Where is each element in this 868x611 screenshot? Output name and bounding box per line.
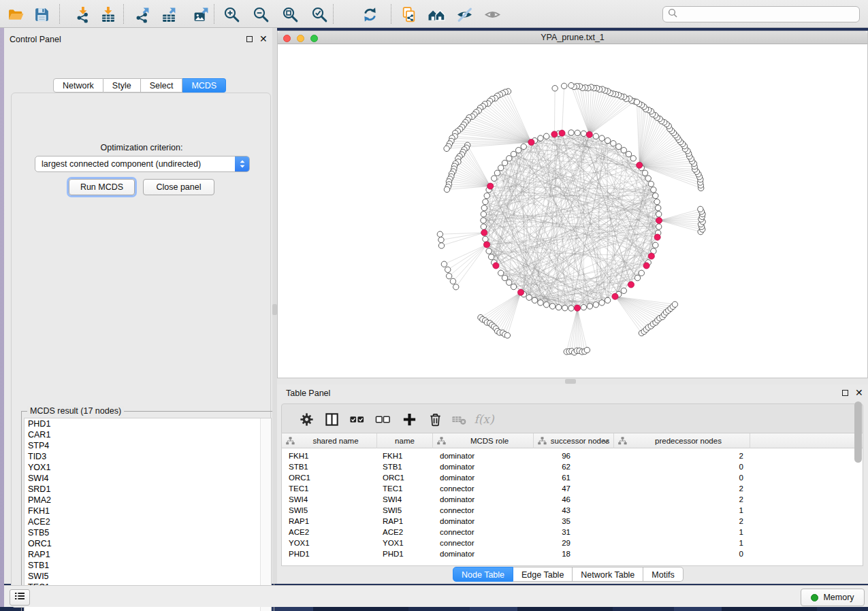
tab-network-table[interactable]: Network Table — [573, 567, 643, 582]
table-row-PHD1[interactable]: PHD1PHD1dominator180 — [282, 548, 863, 559]
table-row-ORC1[interactable]: ORC1ORC1dominator610 — [282, 472, 863, 483]
mcds-result-item[interactable]: ORC1 — [25, 538, 271, 549]
tab-mcds[interactable]: MCDS — [182, 78, 226, 93]
memory-button[interactable]: Memory — [801, 589, 865, 606]
table-mode-button[interactable] — [296, 410, 317, 429]
mcds-result-group: MCDS result (17 nodes) PHD1CAR1STP4TID3Y… — [21, 411, 274, 611]
float-table-panel-icon[interactable] — [842, 390, 848, 396]
search-input[interactable] — [681, 9, 854, 20]
table-row-SWI4[interactable]: SWI4SWI4dominator462 — [282, 494, 863, 505]
cell-predecessor-nodes: 1 — [614, 505, 750, 516]
apply-layout-button[interactable] — [359, 5, 380, 24]
tab-style[interactable]: Style — [103, 78, 141, 93]
mcds-result-item[interactable]: ACE2 — [25, 516, 271, 527]
mcds-result-list[interactable]: PHD1CAR1STP4TID3YOX1SWI4SRD1PMA2FKH1ACE2… — [24, 418, 272, 611]
tab-motifs[interactable]: Motifs — [643, 567, 683, 582]
select-all-button[interactable] — [347, 410, 367, 429]
import-table-button[interactable] — [97, 5, 118, 24]
vertical-splitter-handle[interactable] — [272, 304, 277, 315]
import-network-button[interactable] — [72, 5, 93, 24]
mcds-result-item[interactable]: TID3 — [25, 451, 271, 462]
column-header-shared-name[interactable]: shared name — [282, 433, 377, 448]
close-panel-icon[interactable]: ✕ — [259, 35, 268, 42]
column-header-MCDS-role[interactable]: MCDS role — [433, 433, 534, 448]
unselect-all-button[interactable] — [372, 410, 393, 429]
network-column-icon — [286, 437, 295, 445]
open-session-button[interactable] — [5, 5, 26, 24]
zoom-out-button[interactable] — [251, 5, 271, 24]
table-row-FKH1[interactable]: FKH1FKH1dominator962 — [282, 450, 863, 461]
zoom-selected-button[interactable] — [309, 5, 329, 24]
mcds-result-item[interactable]: STB5 — [25, 527, 271, 538]
tab-select[interactable]: Select — [141, 78, 183, 93]
new-network-from-selection-button[interactable] — [398, 5, 419, 24]
table-row-SWI5[interactable]: SWI5SWI5connector431 — [282, 505, 863, 516]
horizontal-splitter-handle[interactable] — [565, 379, 576, 384]
float-panel-icon[interactable] — [246, 36, 253, 42]
search-box[interactable] — [662, 6, 860, 22]
hide-selected-button[interactable] — [454, 5, 475, 24]
optimization-criterion-select[interactable]: largest connected component (undirected) — [35, 156, 250, 172]
close-panel-button[interactable]: Close panel — [143, 179, 214, 195]
export-img-icon — [193, 6, 210, 23]
create-column-button[interactable] — [399, 410, 419, 429]
column-header-successor-nodes[interactable]: successor nodes — [534, 433, 614, 448]
table-row-STB1[interactable]: STB1STB1dominator620 — [282, 461, 863, 472]
delete-columns-button[interactable] — [425, 410, 445, 429]
table-row-RAP1[interactable]: RAP1RAP1dominator352 — [282, 516, 863, 527]
zoom-fit-icon — [282, 6, 299, 23]
cell-name: SWI5 — [377, 505, 433, 516]
tab-network[interactable]: Network — [53, 78, 103, 93]
mcds-result-item[interactable]: FKH1 — [25, 506, 271, 516]
first-neighbors-button[interactable] — [426, 5, 447, 24]
mcds-result-item[interactable]: STB1 — [25, 560, 271, 571]
export-image-button[interactable] — [191, 5, 211, 24]
show-hidden-button[interactable] — [482, 5, 502, 24]
mcds-result-item[interactable]: CAR1 — [25, 429, 271, 440]
cell-name: YOX1 — [377, 538, 433, 548]
show-columns-button[interactable] — [321, 410, 342, 429]
maximize-window-icon[interactable] — [310, 35, 318, 42]
mcds-result-item[interactable]: PHD1 — [25, 418, 271, 429]
mcds-list-scrollbar[interactable] — [260, 418, 271, 611]
node-table[interactable]: shared namenameMCDS rolesuccessor nodesp… — [281, 433, 863, 566]
close-window-icon[interactable] — [283, 35, 291, 42]
table-row-TEC1[interactable]: TEC1TEC1connector472 — [282, 483, 863, 494]
mcds-result-item[interactable]: SWI4 — [25, 473, 271, 484]
table-row-ACE2[interactable]: ACE2ACE2connector311 — [282, 527, 863, 538]
export-table-button[interactable] — [158, 5, 178, 24]
mcds-result-item[interactable]: STP4 — [25, 440, 271, 451]
cell-name: ORC1 — [377, 472, 433, 483]
network-window-titlebar[interactable]: YPA_prune.txt_1 — [278, 31, 867, 44]
cell-successor-nodes: 47 — [534, 483, 614, 494]
export-network-button[interactable] — [131, 5, 152, 24]
run-mcds-button[interactable]: Run MCDS — [69, 179, 135, 195]
network-canvas[interactable] — [278, 44, 867, 378]
tab-node-table[interactable]: Node Table — [453, 567, 513, 582]
mcds-result-item[interactable]: YOX1 — [25, 462, 271, 473]
mcds-result-item[interactable]: RAP1 — [25, 549, 271, 560]
task-history-button[interactable] — [10, 589, 30, 606]
table-row-YOX1[interactable]: YOX1YOX1connector291 — [282, 538, 863, 548]
function-builder-button[interactable]: f(x) — [474, 410, 494, 429]
zoom-fit-button[interactable] — [280, 5, 300, 24]
close-table-panel-icon[interactable]: ✕ — [855, 389, 863, 396]
column-header-predecessor-nodes[interactable]: predecessor nodes — [614, 433, 750, 448]
delete-table-button[interactable] — [449, 410, 469, 429]
table-scrollbar[interactable] — [854, 401, 862, 463]
save-session-button[interactable] — [31, 5, 52, 24]
mcds-result-item[interactable]: PMA2 — [25, 495, 271, 506]
control-panel-title: Control Panel — [10, 35, 61, 44]
column-header-name[interactable]: name — [377, 433, 433, 448]
minimize-window-icon[interactable] — [297, 35, 304, 42]
folder-icon — [7, 6, 25, 23]
zoom-in-button[interactable] — [221, 5, 242, 24]
table-panel: Table Panel ✕ f(x) shared namenameMCDS r… — [277, 384, 868, 584]
mcds-result-item[interactable]: SWI5 — [25, 571, 271, 582]
mcds-result-item[interactable]: SRD1 — [25, 484, 271, 495]
cell-predecessor-nodes: 1 — [614, 527, 750, 538]
cell-shared-name: PHD1 — [282, 548, 377, 559]
tab-edge-table[interactable]: Edge Table — [513, 567, 573, 582]
clone-docs-icon — [400, 6, 417, 23]
cell-name: PHD1 — [377, 548, 433, 559]
